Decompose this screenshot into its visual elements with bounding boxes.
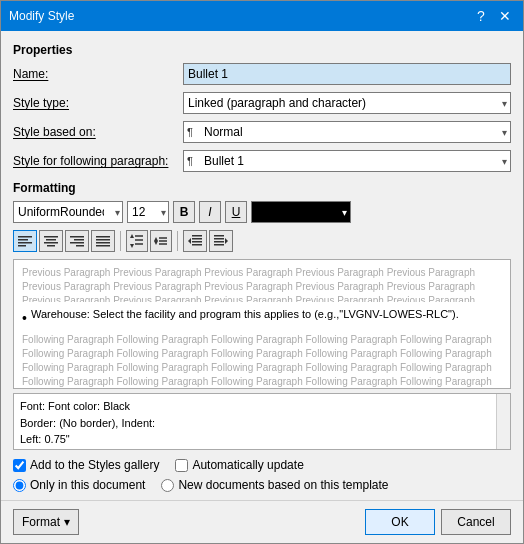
auto-update-checkbox[interactable]: [175, 459, 188, 472]
increase-indent-button[interactable]: [209, 230, 233, 252]
svg-rect-9: [74, 239, 84, 241]
align-center-button[interactable]: [39, 230, 63, 252]
underline-button[interactable]: U: [225, 201, 247, 223]
close-button[interactable]: ✕: [495, 6, 515, 26]
style-description-text: Font: Font color: Black Border: (No bord…: [20, 398, 504, 450]
svg-rect-14: [96, 242, 110, 244]
new-docs-radio-label[interactable]: New documents based on this template: [161, 478, 388, 492]
color-button-wrapper[interactable]: ▾: [251, 201, 351, 223]
bottom-buttons: Format ▾ OK Cancel: [1, 500, 523, 543]
svg-rect-5: [46, 239, 56, 241]
svg-rect-33: [214, 241, 224, 243]
style-type-select[interactable]: Linked (paragraph and character): [183, 92, 511, 114]
preview-bullet-item: • Warehouse: Select the facility and pro…: [22, 306, 502, 329]
svg-marker-20: [130, 244, 134, 248]
scrollbar[interactable]: [496, 394, 510, 449]
svg-rect-31: [214, 235, 224, 237]
font-select[interactable]: UniformRounded: [13, 201, 123, 223]
formatting-section-label: Formatting: [13, 181, 511, 195]
svg-rect-6: [44, 242, 58, 244]
color-dropdown[interactable]: ▾: [251, 201, 351, 223]
modify-style-dialog: Modify Style ? ✕ Properties Name: Style …: [0, 0, 524, 544]
format-dropdown-button[interactable]: Format ▾: [13, 509, 79, 535]
preview-box: Previous Paragraph Previous Paragraph Pr…: [13, 259, 511, 389]
decrease-indent-button[interactable]: [183, 230, 207, 252]
svg-rect-4: [44, 236, 58, 238]
decrease-indent-icon: [188, 235, 202, 247]
title-bar-controls: ? ✕: [471, 6, 515, 26]
line-spacing-increase-button[interactable]: [126, 230, 148, 252]
style-following-select[interactable]: Bullet 1: [183, 150, 511, 172]
italic-button[interactable]: I: [199, 201, 221, 223]
help-button[interactable]: ?: [471, 6, 491, 26]
line-spacing-decrease-button[interactable]: [150, 230, 172, 252]
action-buttons: OK Cancel: [365, 509, 511, 535]
new-docs-label: New documents based on this template: [178, 478, 388, 492]
svg-rect-27: [192, 238, 202, 240]
bold-button[interactable]: B: [173, 201, 195, 223]
checkbox-row: Add to the Styles gallery Automatically …: [13, 458, 511, 472]
toolbar-separator-1: [120, 231, 121, 251]
cancel-button[interactable]: Cancel: [441, 509, 511, 535]
preview-following-text: Following Paragraph Following Paragraph …: [22, 333, 502, 389]
svg-rect-26: [192, 235, 202, 237]
formatting-toolbar-row1: UniformRounded 12 B I U ▾: [13, 201, 511, 223]
style-based-select[interactable]: Normal: [183, 121, 511, 143]
svg-marker-35: [225, 238, 228, 244]
preview-bullet-text: Warehouse: Select the facility and progr…: [31, 306, 459, 323]
svg-rect-15: [96, 245, 110, 247]
style-based-label: Style based on:: [13, 125, 183, 139]
format-dropdown-chevron-icon: ▾: [64, 515, 70, 529]
dialog-body: Properties Name: Style type: Linked (par…: [1, 31, 523, 500]
size-select[interactable]: 12: [127, 201, 169, 223]
align-right-button[interactable]: [65, 230, 89, 252]
dialog-title: Modify Style: [9, 9, 74, 23]
svg-rect-12: [96, 236, 110, 238]
align-left-button[interactable]: [13, 230, 37, 252]
style-based-row: Style based on: ¶ Normal: [13, 121, 511, 143]
name-row: Name:: [13, 63, 511, 85]
style-following-select-wrapper[interactable]: ¶ Bullet 1: [183, 150, 511, 172]
line-spacing-increase-icon: [130, 234, 144, 248]
align-center-icon: [44, 235, 58, 247]
style-type-row: Style type: Linked (paragraph and charac…: [13, 92, 511, 114]
preview-previous-text: Previous Paragraph Previous Paragraph Pr…: [22, 266, 502, 302]
name-input[interactable]: [183, 63, 511, 85]
svg-rect-7: [47, 245, 55, 247]
svg-rect-3: [18, 245, 26, 247]
svg-marker-30: [188, 238, 191, 244]
add-to-gallery-checkbox-label[interactable]: Add to the Styles gallery: [13, 458, 159, 472]
color-chevron-icon: ▾: [342, 207, 347, 218]
svg-marker-19: [130, 234, 134, 238]
ok-button[interactable]: OK: [365, 509, 435, 535]
auto-update-checkbox-label[interactable]: Automatically update: [175, 458, 303, 472]
style-description-box: Font: Font color: Black Border: (No bord…: [13, 393, 511, 450]
format-dropdown-label: Format: [22, 515, 60, 529]
svg-rect-10: [70, 242, 84, 244]
style-type-select-wrapper[interactable]: Linked (paragraph and character): [183, 92, 511, 114]
align-left-icon: [18, 235, 32, 247]
new-docs-radio[interactable]: [161, 479, 174, 492]
svg-rect-11: [76, 245, 84, 247]
svg-rect-8: [70, 236, 84, 238]
style-following-row: Style for following paragraph: ¶ Bullet …: [13, 150, 511, 172]
svg-rect-29: [192, 244, 202, 246]
only-this-doc-radio-label[interactable]: Only in this document: [13, 478, 145, 492]
only-this-doc-label: Only in this document: [30, 478, 145, 492]
add-to-gallery-checkbox[interactable]: [13, 459, 26, 472]
style-based-select-wrapper[interactable]: ¶ Normal: [183, 121, 511, 143]
only-this-doc-radio[interactable]: [13, 479, 26, 492]
font-select-wrapper[interactable]: UniformRounded: [13, 201, 123, 223]
style-type-label: Style type:: [13, 96, 183, 110]
radio-row: Only in this document New documents base…: [13, 478, 511, 492]
auto-update-label: Automatically update: [192, 458, 303, 472]
title-bar: Modify Style ? ✕: [1, 1, 523, 31]
svg-rect-0: [18, 236, 32, 238]
formatting-toolbar-row2: [13, 230, 511, 252]
style-following-label: Style for following paragraph:: [13, 154, 183, 168]
bullet-dot: •: [22, 308, 27, 329]
svg-rect-13: [96, 239, 110, 241]
align-justify-button[interactable]: [91, 230, 115, 252]
align-justify-icon: [96, 235, 110, 247]
size-select-wrapper[interactable]: 12: [127, 201, 169, 223]
